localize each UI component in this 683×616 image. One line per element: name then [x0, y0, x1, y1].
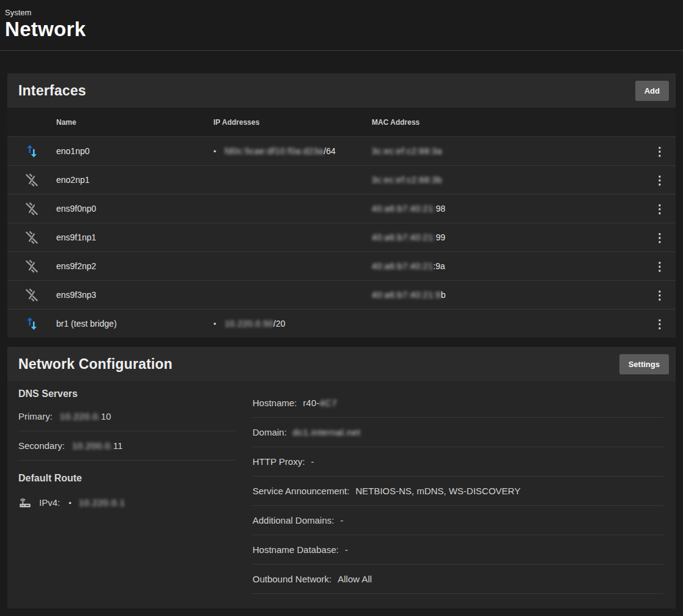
- default-route-heading: Default Route: [18, 473, 235, 486]
- dns-primary-row: Primary: 10.220.0.10: [18, 402, 235, 431]
- dns-secondary-label: Secondary:: [18, 440, 65, 451]
- config-label: HTTP Proxy:: [253, 456, 305, 467]
- config-row: Service Announcement: NETBIOS-NS, mDNS, …: [253, 477, 663, 506]
- config-value: Allow All: [338, 574, 372, 584]
- interface-mac: 40:a6:b7:40:21:99: [372, 232, 644, 242]
- ipv4-value: 10.220.0.1: [60, 497, 125, 508]
- name-column-header: Name: [56, 118, 213, 127]
- config-row: Hostname Database: -: [253, 535, 663, 565]
- config-left-column: DNS Servers Primary: 10.220.0.10 Seconda…: [18, 388, 235, 594]
- dns-primary-value: 10.220.0.10: [60, 411, 111, 421]
- config-value: -: [345, 544, 348, 555]
- ip-column-header: IP Addresses: [213, 118, 372, 127]
- config-value: dc1.internal.net: [293, 427, 361, 437]
- dns-secondary-value: 10.200.0.11: [72, 440, 123, 451]
- config-value: -: [340, 515, 343, 525]
- settings-button[interactable]: Settings: [619, 354, 669, 374]
- network-config-title: Network Configuration: [18, 356, 172, 373]
- interfaces-card: Interfaces Add Name IP Addresses MAC Add…: [7, 73, 676, 338]
- interface-name: eno1np0: [56, 146, 213, 156]
- interface-row[interactable]: ens9f2np2 40:a6:b7:40:21:9a ⋮: [7, 251, 676, 280]
- interface-name: ens9f3np3: [56, 290, 213, 300]
- interface-ip: 10.220.0.50/20: [213, 319, 286, 328]
- config-row: Domain: dc1.internal.net: [253, 418, 663, 447]
- disconnected-icon: [24, 287, 40, 303]
- traffic-up-down-icon: [24, 316, 40, 332]
- interface-row[interactable]: ens9f0np0 40:a6:b7:40:21:98 ⋮: [7, 194, 676, 223]
- page-header: System Network: [0, 0, 683, 41]
- disconnected-icon: [24, 172, 40, 188]
- interface-name: eno2np1: [56, 175, 213, 185]
- interface-mac: 40:a6:b7:40:21:98: [372, 204, 644, 213]
- interface-row[interactable]: eno1np0 fd0c:5cae:df10:f0a:d23a/64 3c:ec…: [7, 136, 676, 165]
- config-row: Hostname: r40-4C7: [253, 388, 663, 418]
- dns-primary-label: Primary:: [18, 411, 53, 421]
- default-route-ipv4-row: IPv4: 10.220.0.1: [18, 490, 235, 514]
- page-title: Network: [5, 18, 683, 41]
- ipv4-label: IPv4:: [39, 497, 60, 508]
- disconnected-icon: [24, 258, 40, 274]
- interface-mac: 3c:ec:ef:c2:88:3b: [372, 175, 644, 185]
- interfaces-title: Interfaces: [18, 83, 86, 99]
- interfaces-card-header: Interfaces Add: [7, 73, 676, 108]
- interface-row[interactable]: ens9f3np3 40:a6:b7:40:21:9b ⋮: [7, 280, 676, 309]
- interface-mac: 40:a6:b7:40:21:9a: [372, 261, 644, 271]
- row-menu-icon[interactable]: ⋮: [654, 317, 666, 330]
- row-menu-icon[interactable]: ⋮: [654, 174, 666, 187]
- config-row: HTTP Proxy: -: [253, 447, 663, 477]
- traffic-up-down-icon: [24, 143, 40, 159]
- interfaces-table-header: Name IP Addresses MAC Address: [7, 108, 676, 136]
- config-value: r40-4C7: [303, 398, 338, 408]
- config-label: Additional Domains:: [253, 515, 334, 525]
- disconnected-icon: [24, 201, 40, 217]
- config-label: Domain:: [253, 427, 287, 437]
- disconnected-icon: [24, 229, 40, 245]
- dns-servers-heading: DNS Servers: [18, 388, 235, 402]
- breadcrumb[interactable]: System: [5, 8, 683, 17]
- interface-row[interactable]: ens9f1np1 40:a6:b7:40:21:99 ⋮: [7, 223, 676, 251]
- interface-ip: fd0c:5cae:df10:f0a:d23a/64: [213, 146, 336, 156]
- router-icon: [18, 495, 32, 509]
- config-label: Outbound Network:: [253, 574, 331, 584]
- interfaces-table: Name IP Addresses MAC Address eno1np0 fd…: [7, 108, 676, 338]
- config-label: Hostname Database:: [253, 544, 339, 555]
- interface-mac: 40:a6:b7:40:21:9b: [372, 290, 644, 300]
- config-row: Outbound Network: Allow All: [253, 565, 663, 594]
- network-config-card: Network Configuration Settings DNS Serve…: [7, 347, 676, 609]
- row-menu-icon[interactable]: ⋮: [654, 231, 666, 244]
- interface-mac: 3c:ec:ef:c2:88:3a: [372, 146, 644, 156]
- row-menu-icon[interactable]: ⋮: [654, 289, 666, 302]
- interface-name: ens9f0np0: [56, 204, 213, 213]
- interface-name: br1 (test bridge): [56, 319, 213, 328]
- row-menu-icon[interactable]: ⋮: [654, 145, 666, 158]
- row-menu-icon[interactable]: ⋮: [654, 202, 666, 215]
- interface-row[interactable]: br1 (test bridge) 10.220.0.50/20 ⋮: [7, 309, 676, 338]
- network-config-card-header: Network Configuration Settings: [7, 347, 676, 381]
- config-row: Additional Domains: -: [253, 506, 663, 535]
- row-menu-icon[interactable]: ⋮: [654, 260, 666, 273]
- add-interface-button[interactable]: Add: [635, 81, 669, 101]
- network-config-body: DNS Servers Primary: 10.220.0.10 Seconda…: [7, 381, 676, 609]
- header-divider: [0, 50, 683, 51]
- dns-secondary-row: Secondary: 10.200.0.11: [18, 431, 235, 461]
- interfaces-table-body: eno1np0 fd0c:5cae:df10:f0a:d23a/64 3c:ec…: [7, 136, 676, 338]
- config-label: Service Announcement:: [253, 486, 349, 496]
- interface-name: ens9f2np2: [56, 261, 213, 271]
- config-value: -: [311, 456, 314, 467]
- mac-column-header: MAC Address: [372, 118, 644, 127]
- interface-row[interactable]: eno2np1 3c:ec:ef:c2:88:3b ⋮: [7, 165, 676, 194]
- config-label: Hostname:: [253, 398, 297, 408]
- config-right-column: Hostname: r40-4C7 Domain: dc1.internal.n…: [253, 388, 663, 594]
- config-value: NETBIOS-NS, mDNS, WS-DISCOVERY: [355, 486, 520, 496]
- interface-name: ens9f1np1: [56, 232, 213, 242]
